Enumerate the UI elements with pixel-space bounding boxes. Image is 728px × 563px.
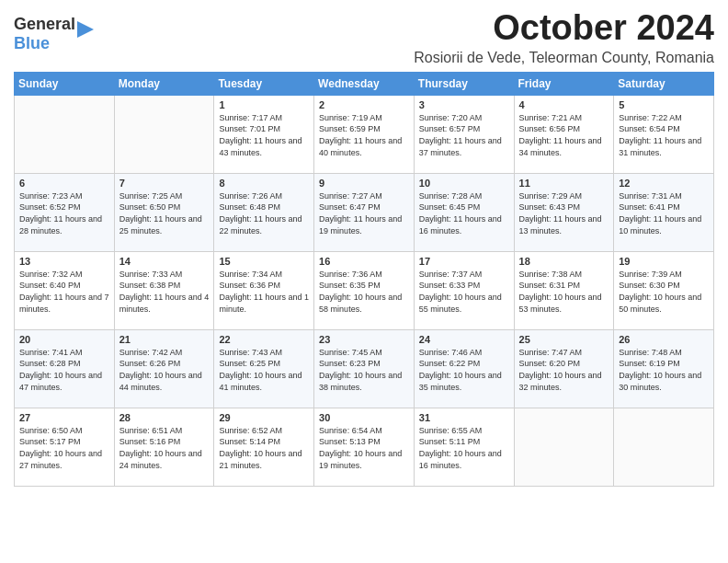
calendar-cell: 6Sunrise: 7:23 AMSunset: 6:52 PMDaylight… — [15, 173, 115, 251]
cell-content: Sunrise: 7:20 AMSunset: 6:57 PMDaylight:… — [419, 112, 509, 158]
day-number: 11 — [519, 178, 609, 189]
calendar-cell: 7Sunrise: 7:25 AMSunset: 6:50 PMDaylight… — [114, 173, 214, 251]
day-number: 1 — [219, 99, 309, 110]
day-number: 18 — [519, 256, 609, 267]
calendar-week-row: 6Sunrise: 7:23 AMSunset: 6:52 PMDaylight… — [15, 173, 714, 251]
calendar-cell: 19Sunrise: 7:39 AMSunset: 6:30 PMDayligh… — [614, 251, 714, 329]
day-number: 29 — [219, 412, 309, 423]
day-number: 19 — [619, 256, 709, 267]
cell-content: Sunrise: 7:48 AMSunset: 6:19 PMDaylight:… — [619, 347, 709, 393]
calendar-cell: 12Sunrise: 7:31 AMSunset: 6:41 PMDayligh… — [614, 173, 714, 251]
calendar-cell — [514, 408, 614, 486]
day-number: 27 — [19, 412, 109, 423]
cell-content: Sunrise: 7:45 AMSunset: 6:23 PMDaylight:… — [319, 347, 409, 393]
day-number: 22 — [219, 334, 309, 345]
calendar-cell: 29Sunrise: 6:52 AMSunset: 5:14 PMDayligh… — [214, 408, 314, 486]
calendar-cell: 24Sunrise: 7:46 AMSunset: 6:22 PMDayligh… — [414, 329, 514, 408]
cell-content: Sunrise: 7:29 AMSunset: 6:43 PMDaylight:… — [519, 190, 609, 236]
day-number: 8 — [219, 178, 309, 189]
day-number: 31 — [419, 412, 509, 423]
weekday-header-thursday: Thursday — [414, 72, 514, 95]
weekday-header-tuesday: Tuesday — [214, 72, 314, 95]
cell-content: Sunrise: 7:47 AMSunset: 6:20 PMDaylight:… — [519, 347, 609, 393]
location-title: Rosiorii de Vede, Teleorman County, Roma… — [414, 50, 714, 66]
calendar-cell: 20Sunrise: 7:41 AMSunset: 6:28 PMDayligh… — [15, 329, 115, 408]
cell-content: Sunrise: 7:19 AMSunset: 6:59 PMDaylight:… — [319, 112, 409, 158]
cell-content: Sunrise: 7:26 AMSunset: 6:48 PMDaylight:… — [219, 190, 309, 236]
day-number: 30 — [319, 412, 409, 423]
cell-content: Sunrise: 7:38 AMSunset: 6:31 PMDaylight:… — [519, 269, 609, 315]
day-number: 5 — [619, 99, 709, 110]
weekday-header-saturday: Saturday — [614, 72, 714, 95]
day-number: 23 — [319, 334, 409, 345]
day-number: 28 — [119, 412, 210, 423]
cell-content: Sunrise: 7:17 AMSunset: 7:01 PMDaylight:… — [219, 112, 309, 158]
calendar-cell — [114, 95, 214, 173]
calendar-week-row: 1Sunrise: 7:17 AMSunset: 7:01 PMDaylight… — [15, 95, 714, 173]
title-block: October 2024 Rosiorii de Vede, Teleorman… — [414, 9, 714, 66]
calendar-cell: 18Sunrise: 7:38 AMSunset: 6:31 PMDayligh… — [514, 251, 614, 329]
calendar-week-row: 27Sunrise: 6:50 AMSunset: 5:17 PMDayligh… — [15, 408, 714, 486]
cell-content: Sunrise: 6:51 AMSunset: 5:16 PMDaylight:… — [119, 425, 210, 471]
calendar-cell: 5Sunrise: 7:22 AMSunset: 6:54 PMDaylight… — [614, 95, 714, 173]
day-number: 16 — [319, 256, 409, 267]
calendar-cell — [15, 95, 115, 173]
calendar-cell: 1Sunrise: 7:17 AMSunset: 7:01 PMDaylight… — [214, 95, 314, 173]
cell-content: Sunrise: 6:55 AMSunset: 5:11 PMDaylight:… — [419, 425, 509, 471]
cell-content: Sunrise: 7:33 AMSunset: 6:38 PMDaylight:… — [119, 269, 210, 315]
day-number: 15 — [219, 256, 309, 267]
calendar-cell: 14Sunrise: 7:33 AMSunset: 6:38 PMDayligh… — [114, 251, 214, 329]
cell-content: Sunrise: 6:50 AMSunset: 5:17 PMDaylight:… — [19, 425, 109, 471]
cell-content: Sunrise: 6:52 AMSunset: 5:14 PMDaylight:… — [219, 425, 309, 471]
day-number: 25 — [519, 334, 609, 345]
calendar-table: SundayMondayTuesdayWednesdayThursdayFrid… — [14, 72, 714, 487]
page-header: General Blue October 2024 Rosiorii de Ve… — [14, 9, 714, 66]
logo: General Blue — [14, 15, 94, 53]
calendar-cell: 25Sunrise: 7:47 AMSunset: 6:20 PMDayligh… — [514, 329, 614, 408]
cell-content: Sunrise: 7:42 AMSunset: 6:26 PMDaylight:… — [119, 347, 210, 393]
calendar-cell: 31Sunrise: 6:55 AMSunset: 5:11 PMDayligh… — [414, 408, 514, 486]
calendar-cell — [614, 408, 714, 486]
day-number: 24 — [419, 334, 509, 345]
day-number: 2 — [319, 99, 409, 110]
day-number: 21 — [119, 334, 210, 345]
calendar-cell: 30Sunrise: 6:54 AMSunset: 5:13 PMDayligh… — [314, 408, 415, 486]
day-number: 14 — [119, 256, 210, 267]
cell-content: Sunrise: 7:25 AMSunset: 6:50 PMDaylight:… — [119, 190, 210, 236]
month-title: October 2024 — [414, 9, 714, 48]
calendar-cell: 11Sunrise: 7:29 AMSunset: 6:43 PMDayligh… — [514, 173, 614, 251]
day-number: 13 — [19, 256, 109, 267]
calendar-cell: 16Sunrise: 7:36 AMSunset: 6:35 PMDayligh… — [314, 251, 415, 329]
calendar-cell: 3Sunrise: 7:20 AMSunset: 6:57 PMDaylight… — [414, 95, 514, 173]
cell-content: Sunrise: 6:54 AMSunset: 5:13 PMDaylight:… — [319, 425, 409, 471]
calendar-cell: 9Sunrise: 7:27 AMSunset: 6:47 PMDaylight… — [314, 173, 415, 251]
calendar-cell: 21Sunrise: 7:42 AMSunset: 6:26 PMDayligh… — [114, 329, 214, 408]
logo-arrow-icon — [77, 21, 94, 38]
day-number: 12 — [619, 178, 709, 189]
cell-content: Sunrise: 7:27 AMSunset: 6:47 PMDaylight:… — [319, 190, 409, 236]
day-number: 17 — [419, 256, 509, 267]
cell-content: Sunrise: 7:31 AMSunset: 6:41 PMDaylight:… — [619, 190, 709, 236]
calendar-cell: 4Sunrise: 7:21 AMSunset: 6:56 PMDaylight… — [514, 95, 614, 173]
weekday-header-friday: Friday — [514, 72, 614, 95]
calendar-cell: 2Sunrise: 7:19 AMSunset: 6:59 PMDaylight… — [314, 95, 415, 173]
calendar-cell: 13Sunrise: 7:32 AMSunset: 6:40 PMDayligh… — [15, 251, 115, 329]
day-number: 9 — [319, 178, 409, 189]
calendar-cell: 15Sunrise: 7:34 AMSunset: 6:36 PMDayligh… — [214, 251, 314, 329]
cell-content: Sunrise: 7:23 AMSunset: 6:52 PMDaylight:… — [19, 190, 109, 236]
cell-content: Sunrise: 7:28 AMSunset: 6:45 PMDaylight:… — [419, 190, 509, 236]
weekday-header-sunday: Sunday — [15, 72, 115, 95]
day-number: 26 — [619, 334, 709, 345]
day-number: 10 — [419, 178, 509, 189]
cell-content: Sunrise: 7:43 AMSunset: 6:25 PMDaylight:… — [219, 347, 309, 393]
cell-content: Sunrise: 7:22 AMSunset: 6:54 PMDaylight:… — [619, 112, 709, 158]
day-number: 6 — [19, 178, 109, 189]
cell-content: Sunrise: 7:34 AMSunset: 6:36 PMDaylight:… — [219, 269, 309, 315]
svg-marker-0 — [77, 21, 94, 38]
day-number: 4 — [519, 99, 609, 110]
cell-content: Sunrise: 7:32 AMSunset: 6:40 PMDaylight:… — [19, 269, 109, 315]
cell-content: Sunrise: 7:41 AMSunset: 6:28 PMDaylight:… — [19, 347, 109, 393]
calendar-cell: 26Sunrise: 7:48 AMSunset: 6:19 PMDayligh… — [614, 329, 714, 408]
day-number: 7 — [119, 178, 210, 189]
weekday-header-monday: Monday — [114, 72, 214, 95]
